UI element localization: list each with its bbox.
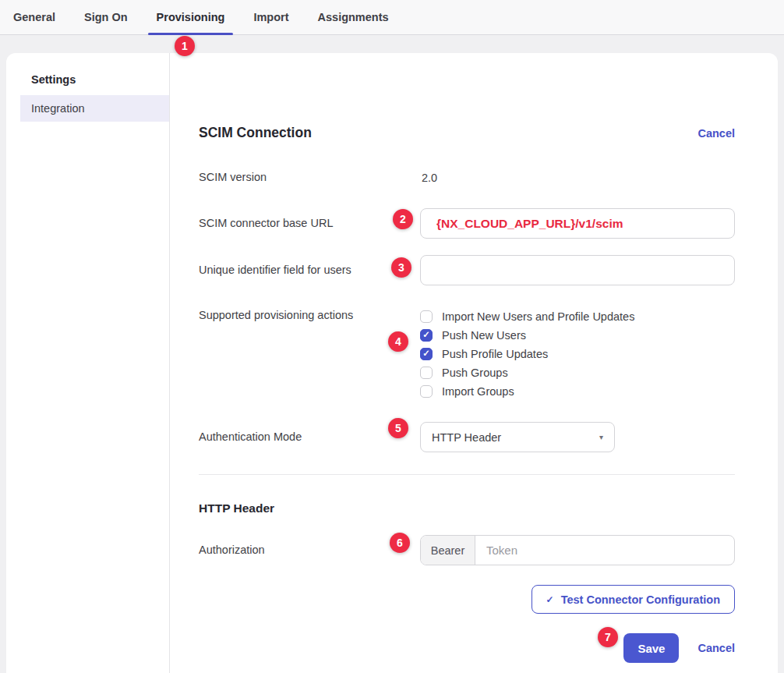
check-icon: ✓ (422, 349, 430, 359)
tab-sign-on[interactable]: Sign On (76, 0, 136, 34)
unique-id-input[interactable] (420, 255, 735, 285)
provisioning-actions-label: Supported provisioning actions (199, 307, 420, 321)
check-icon: ✓ (546, 594, 554, 605)
settings-sidebar: Settings Integration (6, 53, 170, 673)
check-row-push-groups: Push Groups (420, 363, 735, 382)
authorization-label: Authorization (199, 535, 420, 556)
app-tab-bar: General Sign On Provisioning Import Assi… (0, 0, 784, 35)
authorization-input-group: Bearer Token (420, 535, 735, 565)
test-connector-configuration-button[interactable]: ✓ Test Connector Configuration (531, 585, 735, 614)
sidebar-header: Settings (31, 73, 169, 86)
authorization-row: Authorization Bearer Token (199, 535, 735, 565)
bearer-prefix: Bearer (421, 536, 475, 565)
step-badge-5: 5 (388, 418, 408, 438)
check-row-import-new-users: Import New Users and Profile Updates (420, 307, 735, 326)
auth-mode-label: Authentication Mode (199, 422, 420, 443)
tab-general[interactable]: General (5, 0, 64, 34)
step-badge-7: 7 (598, 627, 618, 647)
auth-mode-select[interactable]: HTTP Header ▾ (420, 422, 615, 452)
provisioning-actions-row: Supported provisioning actions Import Ne… (199, 307, 735, 401)
http-header-section-title: HTTP Header (199, 501, 735, 515)
tab-import[interactable]: Import (245, 0, 297, 34)
checkbox-label: Import New Users and Profile Updates (442, 310, 634, 323)
auth-mode-row: Authentication Mode HTTP Header ▾ (199, 422, 735, 452)
checkbox-push-groups[interactable] (420, 367, 433, 379)
check-icon: ✓ (422, 331, 430, 340)
step-badge-4: 4 (388, 331, 408, 352)
step-badge-3: 3 (391, 257, 411, 278)
test-connector-button-label: Test Connector Configuration (561, 593, 720, 606)
check-row-import-groups: Import Groups (420, 382, 735, 401)
tab-assignments[interactable]: Assignments (309, 0, 397, 34)
base-url-label: SCIM connector base URL (199, 208, 420, 229)
tab-provisioning[interactable]: Provisioning (148, 0, 234, 34)
section-divider (199, 474, 735, 475)
chevron-down-icon: ▾ (599, 433, 603, 441)
checkbox-label: Push Groups (442, 367, 508, 379)
save-button[interactable]: Save (623, 633, 679, 663)
checkbox-push-new-users[interactable]: ✓ (420, 329, 433, 342)
unique-id-row: Unique identifier field for users (199, 255, 735, 285)
checkbox-label: Push New Users (442, 329, 526, 342)
scim-version-value: 2.0 (420, 172, 437, 184)
auth-mode-selected-value: HTTP Header (432, 431, 501, 444)
sidebar-item-integration[interactable]: Integration (20, 95, 169, 122)
checkbox-label: Push Profile Updates (442, 348, 548, 360)
check-row-push-profile-updates: ✓ Push Profile Updates (420, 345, 735, 363)
base-url-row: SCIM connector base URL (199, 208, 735, 239)
unique-id-label: Unique identifier field for users (199, 255, 420, 276)
cancel-link-bottom[interactable]: Cancel (697, 642, 735, 654)
checkbox-import-new-users[interactable] (420, 310, 433, 323)
page-title: SCIM Connection (199, 125, 312, 141)
scim-version-row: SCIM version 2.0 (199, 171, 735, 185)
step-badge-2: 2 (393, 209, 413, 229)
base-url-input[interactable] (420, 208, 735, 239)
step-badge-6: 6 (390, 533, 410, 553)
cancel-link-top[interactable]: Cancel (697, 127, 735, 140)
step-badge-1: 1 (175, 36, 195, 56)
scim-connection-panel: SCIM Connection Cancel SCIM version 2.0 … (170, 53, 778, 673)
scim-version-label: SCIM version (199, 171, 420, 183)
check-row-push-new-users: ✓ Push New Users (420, 326, 735, 345)
checkbox-import-groups[interactable] (420, 385, 433, 398)
checkbox-push-profile-updates[interactable]: ✓ (420, 348, 433, 360)
checkbox-label: Import Groups (442, 385, 514, 398)
settings-card: Settings Integration SCIM Connection Can… (6, 53, 778, 673)
token-input[interactable]: Token (475, 536, 734, 565)
